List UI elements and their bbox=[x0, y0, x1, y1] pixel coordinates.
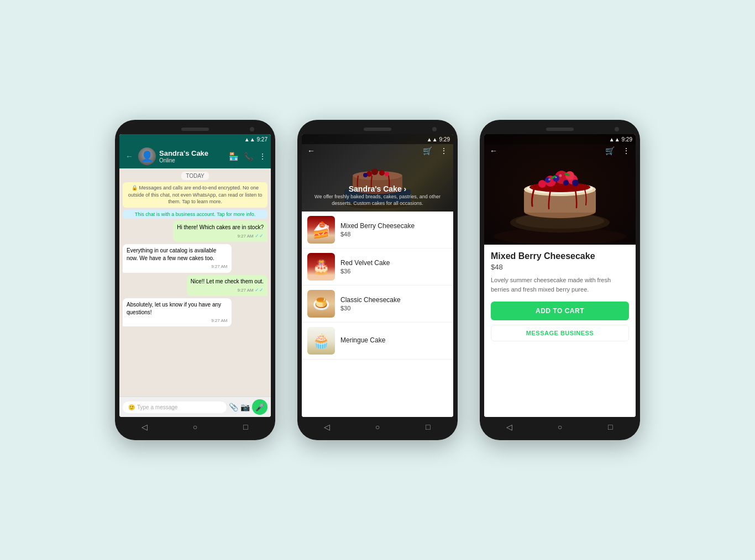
svg-point-25 bbox=[563, 180, 569, 186]
chat-header: ← 👤 Sandra's Cake Online 🏪 📞 ⋮ bbox=[119, 144, 271, 168]
status-bar-3: ▲▲ 9:29 bbox=[484, 134, 636, 144]
catalog-item-4[interactable]: Meringue Cake bbox=[302, 323, 453, 360]
add-to-cart-button[interactable]: ADD TO CART bbox=[491, 302, 629, 320]
catalog-item-3-price: $30 bbox=[340, 305, 448, 311]
phone-3-bottom-bar: ◁ ○ □ bbox=[484, 417, 636, 435]
product-nav-icons: 🛒 ⋮ bbox=[605, 146, 630, 155]
catalog-item-2-info: Red Velvet Cake $36 bbox=[340, 259, 448, 274]
recents-nav-2[interactable]: □ bbox=[422, 421, 433, 432]
catalog-item-3-image bbox=[307, 290, 335, 318]
svg-point-32 bbox=[555, 177, 557, 178]
catalog-item-1-price: $48 bbox=[340, 231, 448, 237]
phone-3-camera bbox=[615, 127, 619, 131]
message-1: Hi there! Which cakes are in stock? 9:27… bbox=[173, 221, 268, 242]
product-cart-icon[interactable]: 🛒 bbox=[605, 146, 615, 155]
catalog-item-2-price: $36 bbox=[340, 268, 448, 274]
input-placeholder: Type a message bbox=[137, 404, 177, 410]
chat-input-field[interactable]: 🙂 Type a message bbox=[123, 401, 227, 413]
svg-point-8 bbox=[385, 172, 389, 176]
catalog-back-icon[interactable]: ← bbox=[307, 146, 315, 155]
phone-1-screen: ▲▲ 9:27 ← 👤 Sandra's Cake Online 🏪 📞 ⋮ bbox=[119, 134, 271, 417]
message-time-1: 9:27 AM ✓✓ bbox=[177, 233, 264, 240]
status-time-2: 9:29 bbox=[439, 136, 450, 142]
date-label: TODAY bbox=[181, 172, 209, 180]
catalog-item-4-info: Meringue Cake bbox=[340, 336, 448, 345]
catalog-store-info: Sandra's Cake › We offer freshly baked b… bbox=[302, 184, 453, 207]
catalog-item-2-image bbox=[307, 253, 335, 281]
product-body: Mixed Berry Cheesecake $48 Lovely summer… bbox=[484, 245, 636, 417]
catalog-more-icon[interactable]: ⋮ bbox=[440, 146, 448, 155]
product-nav: ← 🛒 ⋮ bbox=[484, 144, 636, 157]
svg-point-31 bbox=[559, 175, 562, 177]
message-business-button[interactable]: MESSAGE BUSINESS bbox=[491, 325, 629, 341]
store-icon[interactable]: 🏪 bbox=[229, 152, 238, 161]
chat-input-bar: 🙂 Type a message 📎 📷 🎤 bbox=[119, 397, 271, 417]
catalog-item-4-image bbox=[307, 327, 335, 355]
phone-2-top-bar bbox=[302, 125, 453, 134]
phone-2: ▲▲ 9:29 ← 🛒 ⋮ bbox=[297, 120, 458, 440]
phone-3-screen: ▲▲ 9:29 bbox=[484, 134, 636, 417]
system-message[interactable]: 🔒 Messages and calls are end-to-end encr… bbox=[123, 182, 268, 208]
product-hero-area: ▲▲ 9:29 bbox=[484, 134, 636, 245]
phone-2-camera bbox=[432, 127, 437, 131]
phone-1-top-bar bbox=[119, 125, 271, 134]
message-4: Absolutely, let us know if you have any … bbox=[123, 298, 232, 326]
back-nav-1[interactable]: ◁ bbox=[139, 421, 150, 432]
home-nav-2[interactable]: ○ bbox=[372, 421, 383, 432]
catalog-nav-icons: 🛒 ⋮ bbox=[423, 146, 448, 155]
phone-1: ▲▲ 9:27 ← 👤 Sandra's Cake Online 🏪 📞 ⋮ bbox=[115, 120, 275, 440]
svg-point-27 bbox=[572, 179, 579, 186]
svg-point-6 bbox=[371, 168, 378, 175]
message-time-2: 9:27 AM bbox=[127, 263, 228, 270]
chat-header-info: Sandra's Cake Online bbox=[159, 149, 226, 163]
product-back-icon[interactable]: ← bbox=[490, 146, 497, 155]
catalog-item-4-name: Meringue Cake bbox=[340, 336, 448, 344]
status-time-1: 9:27 bbox=[257, 136, 268, 142]
chat-contact-name: Sandra's Cake bbox=[159, 149, 226, 157]
phone-3-top-bar bbox=[484, 125, 636, 134]
attach-icon[interactable]: 📎 bbox=[229, 403, 238, 411]
product-description: Lovely summer cheesecake made with fresh… bbox=[491, 276, 629, 294]
phone-1-camera bbox=[250, 127, 254, 131]
product-more-icon[interactable]: ⋮ bbox=[622, 146, 630, 155]
recents-nav-1[interactable]: □ bbox=[240, 421, 251, 432]
status-bar-1: ▲▲ 9:27 bbox=[119, 134, 271, 144]
back-nav-3[interactable]: ◁ bbox=[504, 421, 515, 432]
status-icons-3: ▲▲ bbox=[609, 136, 620, 142]
emoji-icon[interactable]: 🙂 bbox=[128, 404, 135, 410]
catalog-item-2-name: Red Velvet Cake bbox=[340, 259, 448, 267]
catalog-item-1-name: Mixed Berry Cheesecake bbox=[340, 222, 448, 230]
catalog-item-3[interactable]: Classic Cheesecake $30 bbox=[302, 286, 453, 323]
phone-icon[interactable]: 📞 bbox=[244, 152, 253, 161]
phone-2-bottom-bar: ◁ ○ □ bbox=[302, 417, 453, 435]
catalog-item-1-info: Mixed Berry Cheesecake $48 bbox=[340, 222, 448, 237]
chat-header-icons: 🏪 📞 ⋮ bbox=[229, 152, 266, 161]
recents-nav-3[interactable]: □ bbox=[605, 421, 616, 432]
product-title: Mixed Berry Cheesecake bbox=[491, 251, 629, 261]
message-time-4: 9:27 AM bbox=[127, 318, 228, 324]
camera-icon[interactable]: 📷 bbox=[240, 403, 250, 411]
catalog-item-1[interactable]: Mixed Berry Cheesecake $48 bbox=[302, 212, 453, 249]
status-icons-1: ▲▲ bbox=[244, 136, 255, 142]
svg-point-22 bbox=[538, 180, 546, 188]
home-nav-3[interactable]: ○ bbox=[554, 421, 565, 432]
phone-3: ▲▲ 9:29 bbox=[480, 120, 640, 440]
svg-point-7 bbox=[379, 170, 385, 176]
product-price: $48 bbox=[491, 263, 629, 271]
back-icon[interactable]: ← bbox=[124, 151, 135, 162]
message-2: Everything in our catalog is available n… bbox=[123, 244, 232, 272]
home-nav-1[interactable]: ○ bbox=[190, 421, 201, 432]
more-icon[interactable]: ⋮ bbox=[259, 152, 266, 161]
catalog-list: Mixed Berry Cheesecake $48 Red Velvet Ca… bbox=[302, 212, 453, 417]
catalog-item-3-info: Classic Cheesecake $30 bbox=[340, 296, 448, 311]
mic-button[interactable]: 🎤 bbox=[252, 399, 268, 415]
svg-point-30 bbox=[548, 178, 550, 181]
business-message[interactable]: This chat is with a business account. Ta… bbox=[123, 210, 268, 219]
catalog-item-2[interactable]: Red Velvet Cake $36 bbox=[302, 249, 453, 286]
message-time-3: 9:27 AM ✓✓ bbox=[191, 287, 264, 294]
catalog-cart-icon[interactable]: 🛒 bbox=[423, 146, 432, 155]
chat-body: TODAY 🔒 Messages and calls are end-to-en… bbox=[119, 168, 271, 397]
back-nav-2[interactable]: ◁ bbox=[322, 421, 333, 432]
catalog-header-area: ▲▲ 9:29 ← 🛒 ⋮ bbox=[302, 134, 453, 212]
store-name[interactable]: Sandra's Cake › bbox=[302, 184, 453, 193]
